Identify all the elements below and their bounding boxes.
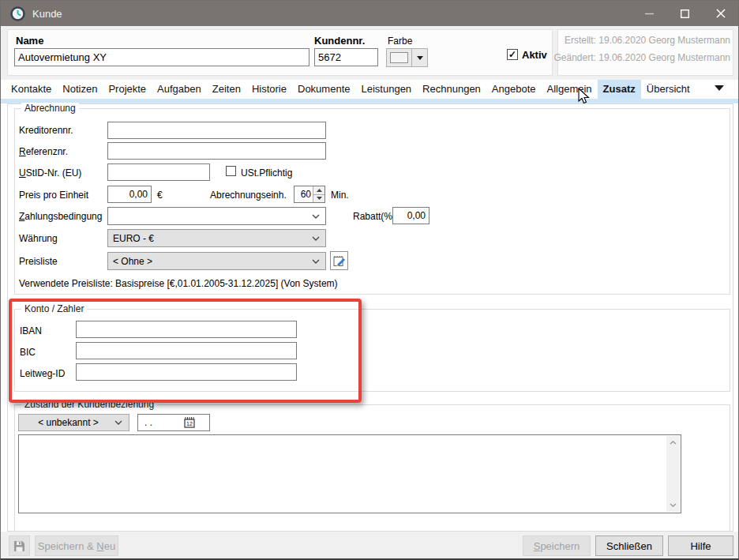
title-bar: Kunde [1,1,738,26]
preisliste-edit-button[interactable] [330,251,348,270]
hilfe-button[interactable]: Hilfe [668,536,733,556]
tab-allgemein[interactable]: Allgemein [542,80,598,99]
color-dropdown-button[interactable] [412,48,428,67]
save-floppy-icon [13,540,25,552]
abrechnung-legend: Abrechnung [21,103,79,114]
dropdown-arrow-icon [417,56,423,60]
save-icon-button[interactable] [9,536,30,556]
zahlungsbedingung-select[interactable] [107,207,326,225]
zustand-date-field[interactable]: . . 12 [137,414,210,431]
speichern-neu-label-prefix: Speichern & [38,540,96,552]
speichern-neu-label-accel: Neu [96,540,115,552]
erstellt-text: Erstellt: 19.06.2020 Georg Mustermann [565,35,730,46]
aktiv-checkbox[interactable]: ✓ [507,49,518,60]
preisliste-value: < Ohne > [113,256,152,267]
scroll-down-icon[interactable] [666,498,680,512]
svg-text:12: 12 [186,421,193,427]
waehrung-label: Währung [19,233,58,244]
waehrung-select[interactable]: EURO - € [107,229,326,247]
schliessen-label: Schließen [606,540,652,552]
tab-zusatz[interactable]: Zusatz [598,80,641,99]
ustid-input[interactable] [107,163,210,181]
ustpflichtig-label: USt.Pflichtig [241,167,292,179]
bic-input[interactable] [76,342,297,359]
vertical-scrollbar[interactable] [666,436,680,512]
chevron-down-icon [312,259,320,264]
zustand-legend: Zustand der Kundenbeziehung [21,399,157,410]
minimize-button[interactable] [632,1,667,26]
tab-notizen[interactable]: Notizen [57,80,103,99]
tab-bar: Kontakte Notizen Projekte Aufgaben Zeite… [1,80,738,99]
abrechnungseinh-stepper[interactable]: 60 [294,186,325,203]
zustand-notes-textarea[interactable] [18,434,681,513]
tab-angebote[interactable]: Angebote [486,80,542,99]
bic-label: BIC [20,347,36,358]
zustand-select[interactable]: < unbekannt > [18,414,129,431]
tab-overflow-arrow-icon[interactable] [715,85,724,91]
ustpflichtig-checkbox[interactable] [226,166,236,176]
maximize-button[interactable] [667,1,703,26]
close-icon [716,9,726,18]
tab-projekte[interactable]: Projekte [103,80,152,99]
app-clock-icon [10,6,25,21]
kunde-window: Kunde Name Kundennr. Farbe ✓ [0,0,739,560]
abrechnungseinh-value: 60 [294,186,313,202]
stepper-down-icon[interactable] [313,194,324,203]
referenznr-input[interactable] [107,142,326,160]
footer-bar: Speichern & Neu Speichern Schließen Hilf… [1,532,738,559]
name-input[interactable] [14,48,309,66]
tab-leistungen[interactable]: Leistungen [355,80,417,99]
kundennr-input[interactable] [314,48,378,66]
color-swatch-button[interactable] [386,48,412,67]
rabatt-label: Rabatt(%) [353,211,396,222]
leitweg-id-input[interactable] [76,363,297,381]
date-value: . . [144,417,152,428]
tab-aufgaben[interactable]: Aufgaben [152,80,207,99]
kreditorennr-label: Kreditorennr. [19,125,73,136]
kreditorennr-input[interactable] [107,122,326,139]
scroll-up-icon[interactable] [666,436,680,449]
stepper-up-icon[interactable] [313,186,324,194]
rabatt-input[interactable] [392,207,430,224]
calendar-icon[interactable]: 12 [182,416,197,430]
zahlungsbedingung-label: Zahlungsbedingung [19,211,102,222]
tab-dokumente[interactable]: Dokumente [292,80,355,99]
ustid-label: UStID-Nr. (EU) [19,167,81,179]
tab-historie[interactable]: Historie [246,80,292,99]
color-picker[interactable] [386,48,428,67]
speichern-neu-button[interactable]: Speichern & Neu [35,536,118,556]
farbe-label: Farbe [388,36,412,47]
tab-rechnungen[interactable]: Rechnungen [417,80,486,99]
zustand-value: < unbekannt > [38,417,99,428]
iban-label: IBAN [20,325,42,336]
preisliste-select[interactable]: < Ohne > [107,252,326,270]
edit-note-icon [333,255,345,267]
kundennr-label: Kundennr. [314,35,365,47]
iban-input[interactable] [76,321,297,338]
tab-uebersicht[interactable]: Übersicht [641,80,696,99]
leitweg-id-label: Leitweg-ID [20,368,65,379]
close-button[interactable] [703,1,738,26]
name-label: Name [16,35,43,47]
maximize-icon [681,9,689,18]
konto-zahler-legend: Konto / Zahler [21,303,87,314]
header-panel: Name Kundennr. Farbe ✓ Aktiv Erstellt: 1… [1,26,738,80]
aktiv-label: Aktiv [522,49,547,61]
speichern-button[interactable]: Speichern [523,536,591,556]
schliessen-button[interactable]: Schließen [595,536,663,556]
preis-input[interactable] [107,186,152,203]
verwendete-preisliste-text: Verwendete Preisliste: Basispreise [€,01… [19,278,338,289]
waehrung-value: EURO - € [113,233,154,244]
color-swatch [390,52,408,63]
hilfe-label: Hilfe [690,540,711,552]
minimize-icon [645,9,654,18]
speichern-label: Speichern [534,540,580,552]
window-title: Kunde [32,8,62,20]
euro-label: € [157,190,163,201]
min-label: Min. [331,190,349,201]
referenznr-label: Referenznr. [19,146,68,157]
tab-zeiten[interactable]: Zeiten [207,80,246,99]
abrechnungseinh-label: Abrechnungseinh. [210,190,287,201]
geaendert-text: Geändert: 19.06.2020 Georg Mustermann [554,52,730,63]
tab-kontakte[interactable]: Kontakte [6,80,57,99]
